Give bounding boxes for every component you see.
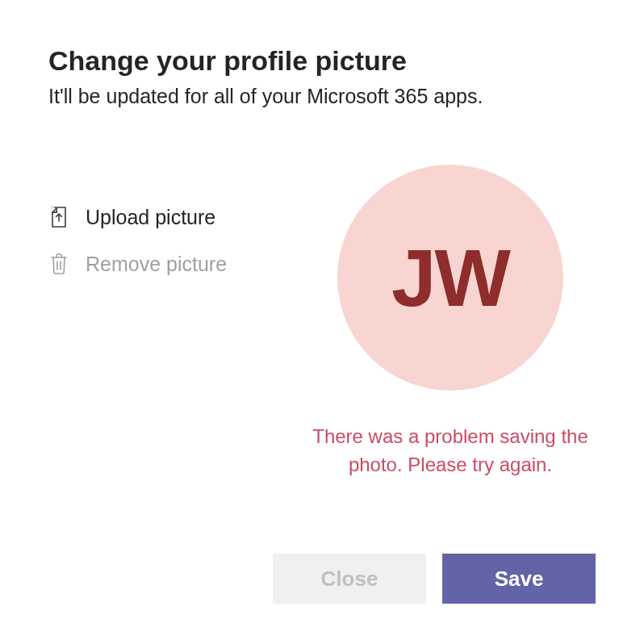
upload-icon bbox=[48, 205, 69, 229]
remove-picture-label: Remove picture bbox=[86, 253, 227, 276]
save-button[interactable]: Save bbox=[442, 554, 596, 604]
close-button[interactable]: Close bbox=[273, 554, 426, 604]
avatar-column: JW There was a problem saving the photo.… bbox=[305, 165, 596, 479]
remove-picture-button[interactable]: Remove picture bbox=[48, 252, 297, 276]
dialog-button-row: Close Save bbox=[273, 554, 596, 604]
content-row: Upload picture Remove picture JW There bbox=[48, 165, 596, 479]
upload-picture-label: Upload picture bbox=[86, 206, 215, 229]
dialog-title: Change your profile picture bbox=[48, 45, 596, 77]
trash-icon bbox=[48, 252, 69, 276]
dialog-subtitle: It'll be updated for all of your Microso… bbox=[48, 85, 596, 108]
error-message: There was a problem saving the photo. Pl… bbox=[305, 423, 596, 479]
profile-picture-dialog: Change your profile picture It'll be upd… bbox=[0, 0, 644, 644]
avatar-initials: JW bbox=[391, 232, 509, 324]
upload-picture-button[interactable]: Upload picture bbox=[48, 205, 297, 229]
actions-column: Upload picture Remove picture bbox=[48, 165, 297, 276]
avatar: JW bbox=[337, 165, 563, 391]
